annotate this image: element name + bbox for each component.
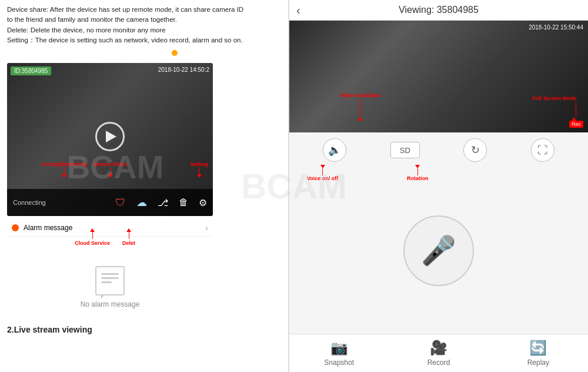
no-alarm-area: No alarm message: [7, 254, 213, 320]
voice-icon: 🔈: [323, 138, 346, 162]
delete-annotation: Delet: [122, 228, 135, 246]
cloud-icon[interactable]: ☁: [136, 196, 147, 209]
device-timestamp: 2018-10-22 14:50:2: [158, 67, 209, 73]
voice-button[interactable]: 🔈: [323, 138, 346, 162]
bottom-tabs: 📷 Snapshot 🎥 Record 🔄 Replay: [289, 334, 588, 372]
video-resolution-annotation: Video resolution: [339, 92, 380, 121]
replay-icon: 🔄: [529, 340, 547, 356]
desc-line-4: Setting：The device is setting such as ne…: [7, 36, 243, 44]
toolbar-icons: 🛡 ☁ ⎇ 🗑 ⚙: [115, 196, 207, 209]
viewing-title: Viewing: 35804985: [399, 5, 479, 15]
rotation-button[interactable]: ↻: [463, 138, 487, 162]
play-button[interactable]: [95, 122, 125, 151]
controls-section: 🔈 SD ↻ ⛶ Voice on/ off: [289, 132, 588, 168]
rec-badge: Rec: [569, 121, 583, 128]
desc-line-3: Delete: Delete the device, no more monit…: [7, 26, 166, 34]
left-panel: Device share: After the device has set u…: [0, 0, 288, 372]
controls-row: 🔈 SD ↻ ⛶: [289, 132, 588, 168]
share-icon[interactable]: ⎇: [158, 197, 168, 208]
device-toolbar: Connecting 🛡 ☁ ⎇ 🗑 ⚙: [7, 189, 213, 216]
voice-annotation: Voice on/ off: [307, 165, 338, 181]
fullscreen-icon: ⛶: [531, 138, 554, 162]
back-button[interactable]: ‹: [296, 4, 300, 17]
tab-snapshot[interactable]: 📷 Snapshot: [289, 334, 389, 372]
snapshot-label: Snapshot: [324, 358, 354, 367]
chat-icon: [95, 266, 125, 295]
fullscreen-button[interactable]: ⛶: [531, 138, 554, 162]
mic-circle[interactable]: 🎤: [403, 215, 474, 286]
description-text: Device share: After the device has set u…: [7, 5, 281, 45]
live-stream-label: 2.Live stream viewing: [7, 325, 281, 334]
orange-indicator: [172, 50, 178, 56]
desc-line-2: to the friend and family and monitor the…: [7, 16, 177, 23]
mic-area: 🎤: [289, 168, 588, 334]
arming-annotation: Arming/Disarming: [41, 161, 87, 178]
sd-button[interactable]: SD: [390, 142, 420, 158]
play-icon: [106, 131, 116, 142]
full-screen-annotation: Full Screen Mode: [532, 95, 576, 121]
delete-icon[interactable]: 🗑: [179, 197, 188, 208]
device-card: ID:35804985 2018-10-22 14:50:2 Connectin…: [7, 63, 213, 216]
connecting-label: Connecting: [13, 199, 115, 206]
tab-record[interactable]: 🎥 Record: [389, 334, 488, 372]
right-header: ‹ Viewing: 35804985: [289, 0, 588, 21]
snapshot-icon: 📷: [330, 340, 348, 356]
camera-section: 2018-10-22 15:50:44 Rec Video resolution…: [289, 21, 588, 132]
rotation-annotation: Rotation: [407, 165, 429, 181]
rotation-icon: ↻: [463, 138, 487, 162]
tab-replay[interactable]: 🔄 Replay: [489, 334, 588, 372]
alarm-chevron: ›: [205, 223, 208, 232]
device-id-badge: ID:35804985: [11, 67, 51, 75]
record-icon: 🎥: [430, 340, 447, 356]
setting-annotation: Setting: [191, 161, 209, 178]
arming-icon[interactable]: 🛡: [115, 197, 126, 209]
sd-label: SD: [400, 146, 410, 155]
replay-label: Replay: [527, 358, 549, 367]
cloud-service-annotation: Cloud Service: [75, 228, 110, 246]
device-share-annotation: Device Share: [94, 161, 128, 178]
desc-line-1: Device share: After the device has set u…: [7, 6, 243, 13]
record-label: Record: [427, 358, 450, 367]
no-alarm-text: No alarm message: [81, 300, 140, 308]
cam-timestamp: 2018-10-22 15:50:44: [529, 24, 583, 31]
settings-icon[interactable]: ⚙: [199, 197, 207, 208]
alarm-dot: [12, 224, 19, 231]
alarm-label: Alarm message: [24, 224, 205, 232]
mic-icon: 🎤: [421, 234, 456, 267]
right-panel: ‹ Viewing: 35804985 2018-10-22 15:50:44 …: [289, 0, 588, 372]
